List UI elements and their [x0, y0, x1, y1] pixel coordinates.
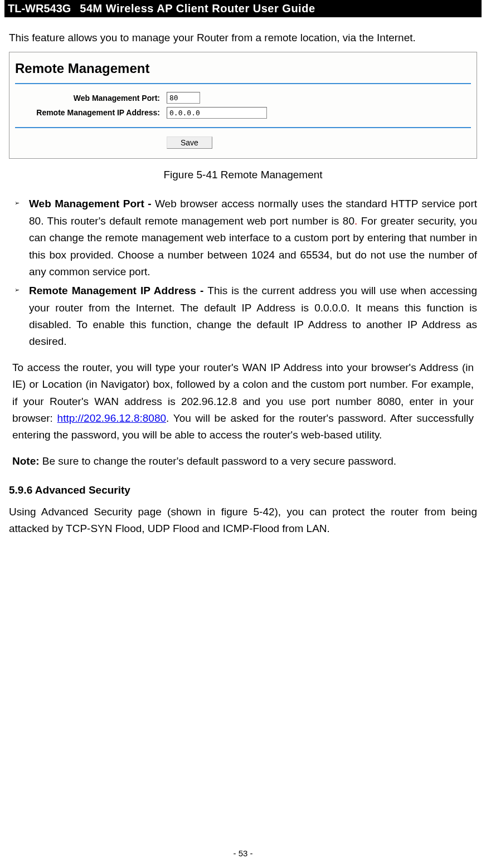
page-header: TL-WR543G 54M Wireless AP Client Router …: [4, 0, 482, 17]
bullet-web-port-label: Web Management Port -: [29, 198, 155, 209]
note-label: Note:: [12, 455, 42, 467]
note-paragraph: Note: Be sure to change the router's def…: [9, 453, 477, 470]
remote-management-panel: Remote Management Web Management Port: R…: [9, 52, 477, 159]
guide-title: 54M Wireless AP Client Router User Guide: [80, 2, 315, 15]
row-remote-ip: Remote Management IP Address:: [15, 106, 471, 119]
save-button[interactable]: Save: [167, 136, 212, 149]
label-remote-ip: Remote Management IP Address:: [15, 106, 167, 119]
label-web-port: Web Management Port:: [15, 92, 167, 104]
product-model: TL-WR543G: [8, 2, 71, 15]
input-remote-ip[interactable]: [167, 107, 267, 119]
intro-text: This feature allows you to manage your R…: [9, 30, 477, 46]
advanced-security-text: Using Advanced Security page (shown in f…: [9, 504, 477, 538]
divider-top: [15, 83, 471, 84]
note-text: Be sure to change the router's default p…: [42, 455, 396, 467]
access-paragraph: To access the router, you will type your…: [9, 359, 477, 444]
input-web-port[interactable]: [167, 92, 200, 104]
example-url-link[interactable]: http://202.96.12.8:8080: [57, 412, 166, 424]
panel-title: Remote Management: [15, 57, 471, 81]
section-heading-advanced-security: 5.9.6 Advanced Security: [9, 482, 477, 499]
bullet-remote-ip-label: Remote Management IP Address -: [29, 285, 207, 296]
bullet-remote-ip: Remote Management IP Address - This is t…: [14, 282, 477, 350]
bullet-web-port: Web Management Port - Web browser access…: [14, 196, 477, 280]
divider-bottom: [15, 127, 471, 128]
feature-bullets: Web Management Port - Web browser access…: [9, 196, 477, 350]
page-number: - 53 -: [0, 849, 486, 858]
figure-caption: Figure 5-41 Remote Management: [9, 167, 477, 183]
row-web-port: Web Management Port:: [15, 92, 471, 104]
